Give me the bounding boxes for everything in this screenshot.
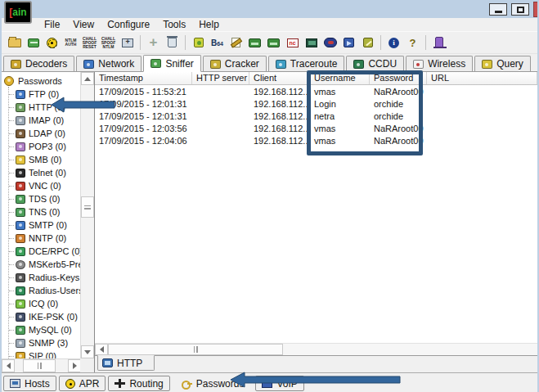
modem-button[interactable]: [321, 34, 339, 52]
menu-view[interactable]: View: [66, 18, 101, 31]
menu-help[interactable]: Help: [192, 18, 226, 31]
menu-bar: File View Configure Tools Help: [2, 18, 537, 31]
toolbar-separator: [380, 35, 381, 50]
decoders-icon: [11, 60, 21, 69]
sidebar-item-mskerb5[interactable]: MSKerb5-Pre: [2, 258, 80, 271]
sidebar-horizontal-scrollbar[interactable]: [2, 358, 81, 372]
maximize-button[interactable]: [511, 3, 529, 16]
scrollbar-thumb[interactable]: [108, 344, 283, 355]
close-button[interactable]: [533, 2, 539, 17]
sidebar-item-snmp[interactable]: SNMP (3): [2, 336, 80, 349]
scroll-down-button[interactable]: [81, 345, 94, 358]
status-tab-hosts[interactable]: Hosts: [3, 376, 56, 391]
status-tab-routing[interactable]: Routing: [108, 376, 169, 391]
sidebar-item-mysql[interactable]: MySQL (0): [2, 323, 80, 336]
column-header-url[interactable]: URL: [427, 72, 537, 84]
sidebar-item-radius-users[interactable]: Radius-Users: [2, 284, 80, 297]
apr-start-button[interactable]: [43, 34, 61, 52]
cisco-decoder-button[interactable]: [245, 34, 264, 52]
sidebar-item-ftp[interactable]: FTP (0): [2, 88, 80, 101]
hash-calculator-button[interactable]: [227, 34, 245, 52]
exit-button[interactable]: [429, 34, 448, 52]
speaker-icon: [344, 38, 354, 47]
column-header-client[interactable]: Client: [249, 72, 310, 84]
info-button[interactable]: i: [384, 34, 403, 52]
table-horizontal-scrollbar[interactable]: [95, 343, 537, 355]
open-folder-icon: [8, 38, 21, 47]
column-header-http-server[interactable]: HTTP server: [192, 72, 249, 84]
status-tab-apr[interactable]: APR: [59, 376, 106, 391]
arrow-up-icon: [84, 77, 91, 81]
wireless-key-button[interactable]: [358, 34, 377, 52]
network-card-button[interactable]: [24, 34, 43, 52]
sidebar-item-tds[interactable]: TDS (0): [2, 192, 80, 205]
sidebar-item-dcerpc[interactable]: DCE/RPC (0): [2, 245, 80, 258]
delete-item-button[interactable]: [163, 34, 182, 52]
sidebar-item-telnet[interactable]: Telnet (0): [2, 166, 80, 179]
chall-spoof-ntlm-button[interactable]: CHALL SPOOF NTLM: [99, 34, 118, 52]
sidebar-item-pop3[interactable]: POP3 (0): [2, 140, 80, 153]
tree-root-passwords[interactable]: Passwords: [2, 74, 80, 88]
sidebar-item-smtp[interactable]: SMTP (0): [2, 219, 80, 232]
chall-spoof-reset-button[interactable]: CHALL SPOOF RESET: [80, 34, 99, 52]
ccdu-tool-button[interactable]: [302, 34, 321, 52]
scroll-left-button[interactable]: [95, 344, 108, 355]
scroll-up-button[interactable]: [81, 72, 94, 85]
vpn-decoder-button[interactable]: [264, 34, 283, 52]
tab-query[interactable]: Query: [474, 56, 531, 71]
tab-sniffer[interactable]: Sniffer: [143, 55, 200, 72]
tab-wireless[interactable]: Wireless: [406, 56, 473, 71]
sidebar-item-http[interactable]: HTTP (5): [2, 101, 80, 114]
bottom-tab-http[interactable]: HTTP: [97, 355, 155, 371]
scroll-left-button[interactable]: [2, 359, 15, 372]
http-icon: [16, 103, 25, 112]
plus-icon: +: [150, 37, 158, 48]
sidebar-item-tns[interactable]: TNS (0): [2, 205, 80, 219]
tab-ccdu[interactable]: CCDU: [346, 56, 404, 71]
apr-radioactive-icon: [65, 379, 75, 389]
voip-player-button[interactable]: [339, 34, 358, 52]
base64-decoder-button[interactable]: B64: [208, 34, 227, 52]
ntlm-auth-button[interactable]: NTLM AUTH: [61, 34, 80, 52]
sidebar-item-radius-keys[interactable]: Radius-Keys: [2, 271, 80, 284]
help-button[interactable]: ?: [403, 34, 422, 52]
cain-window: [ain File View Configure Tools Help NTLM…: [0, 0, 539, 392]
arrow-right-icon: [73, 363, 77, 369]
menu-tools[interactable]: Tools: [156, 18, 192, 31]
tab-network[interactable]: Network: [76, 56, 141, 71]
status-tab-passwords[interactable]: Passwords: [173, 376, 254, 391]
add-item-button[interactable]: +: [144, 34, 163, 52]
remote-console-button[interactable]: nc: [283, 34, 302, 52]
sidebar-item-ldap[interactable]: LDAP (0): [2, 127, 80, 140]
app-icon[interactable]: [ain: [4, 1, 32, 24]
sidebar-item-icq[interactable]: ICQ (0): [2, 297, 80, 310]
sidebar-vertical-scrollbar[interactable]: [80, 72, 94, 358]
menu-file[interactable]: File: [38, 18, 66, 31]
content-area: Passwords FTP (0) HTTP (5) IMAP (0) LDAP…: [2, 72, 537, 372]
sidebar-item-vnc[interactable]: VNC (0): [2, 179, 80, 192]
title-bar[interactable]: [2, 0, 537, 18]
sidebar-item-smb[interactable]: SMB (0): [2, 153, 80, 166]
monitor-plus-icon: [122, 38, 133, 47]
pop3-icon: [16, 142, 25, 151]
tab-traceroute[interactable]: Traceroute: [268, 56, 345, 71]
scrollbar-thumb[interactable]: [23, 359, 56, 372]
scrollbar-thumb[interactable]: [81, 196, 94, 218]
column-header-timestamp[interactable]: Timestamp: [95, 72, 192, 84]
sidebar-item-nntp[interactable]: NNTP (0): [2, 232, 80, 245]
sidebar-item-ike-psk[interactable]: IKE-PSK (0): [2, 310, 80, 323]
minimize-button[interactable]: [489, 3, 507, 16]
grip-icon: [84, 205, 91, 210]
chall-spoof-reset-icon: CHALL SPOOF RESET: [83, 37, 97, 49]
menu-configure[interactable]: Configure: [101, 18, 156, 31]
open-file-button[interactable]: [5, 34, 24, 52]
maximize-icon: [517, 7, 524, 13]
scroll-right-button[interactable]: [68, 359, 81, 372]
sniffer-start-button[interactable]: [118, 34, 137, 52]
sidebar-item-imap[interactable]: IMAP (0): [2, 114, 80, 127]
tab-decoders[interactable]: Decoders: [3, 56, 74, 71]
tab-cracker[interactable]: Cracker: [203, 56, 267, 71]
status-tab-voip[interactable]: VoIP: [255, 376, 303, 391]
sidebar-item-sip[interactable]: SIP (0): [2, 349, 80, 358]
revelation-button[interactable]: [189, 34, 208, 52]
